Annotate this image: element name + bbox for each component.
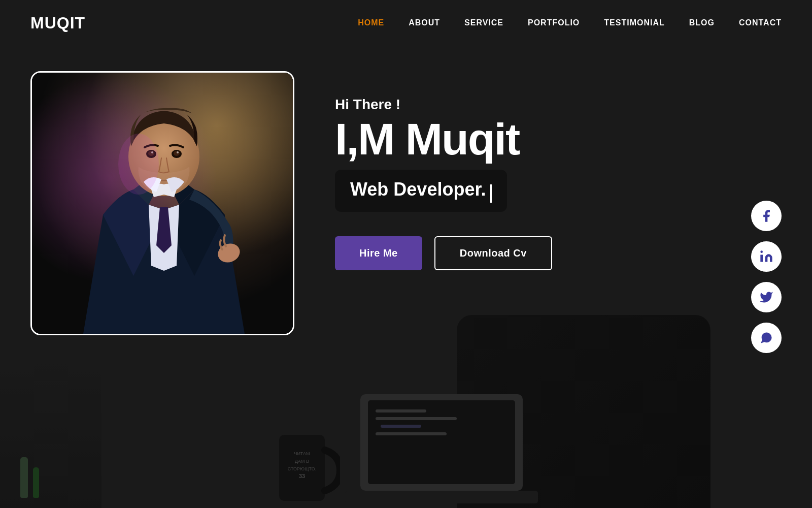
- profile-image: [32, 73, 293, 334]
- hero-section: Hi There ! I,M Muqit Web Developer. Hire…: [0, 46, 812, 508]
- bottle-1: [20, 457, 28, 498]
- laptop-svg: [345, 394, 538, 506]
- nav-item-blog[interactable]: BLOG: [689, 18, 715, 27]
- hero-role-container: Web Developer.: [335, 170, 507, 212]
- mug-svg: ЧИТАМ ДАМ В СТОРЮЩТО. 33: [274, 425, 340, 506]
- download-cv-button[interactable]: Download Cv: [434, 236, 552, 270]
- logo[interactable]: MUQIT: [30, 14, 85, 33]
- nav-item-testimonial[interactable]: TESTIMONIAL: [604, 18, 664, 27]
- svg-rect-15: [368, 400, 515, 484]
- svg-point-12: [118, 134, 159, 195]
- laptop-decoration: [345, 394, 538, 508]
- nav-item-about[interactable]: ABOUT: [409, 18, 440, 27]
- svg-rect-17: [376, 417, 457, 420]
- nav-item-home[interactable]: HOME: [358, 18, 384, 27]
- bottle-2: [33, 467, 39, 498]
- svg-point-9: [174, 151, 180, 156]
- whatsapp-icon-button[interactable]: [751, 323, 782, 353]
- person-svg: [32, 73, 294, 335]
- social-sidebar: [751, 201, 782, 353]
- profile-frame: [30, 71, 294, 335]
- facebook-icon-button[interactable]: [751, 201, 782, 231]
- svg-rect-20: [345, 491, 538, 503]
- nav-link-portfolio[interactable]: PORTFOLIO: [528, 18, 580, 27]
- hero-greeting: Hi There !: [335, 97, 782, 113]
- bg-left-decorations: [0, 356, 101, 508]
- nav-link-about[interactable]: ABOUT: [409, 18, 440, 27]
- facebook-icon: [759, 209, 773, 223]
- linkedin-icon-button[interactable]: [751, 241, 782, 272]
- svg-rect-19: [376, 432, 447, 435]
- profile-container: [30, 71, 294, 335]
- nav-link-testimonial[interactable]: TESTIMONIAL: [604, 18, 664, 27]
- hero-role: Web Developer.: [350, 179, 486, 200]
- hero-buttons: Hire Me Download Cv: [335, 236, 782, 270]
- nav-link-blog[interactable]: BLOG: [689, 18, 715, 27]
- twitter-icon-button[interactable]: [751, 282, 782, 312]
- typing-cursor: [490, 184, 492, 203]
- nav-item-portfolio[interactable]: PORTFOLIO: [528, 18, 580, 27]
- svg-point-10: [177, 151, 179, 153]
- svg-text:ЧИТАМ: ЧИТАМ: [294, 451, 310, 456]
- whatsapp-icon: [759, 331, 773, 345]
- svg-rect-16: [376, 409, 426, 412]
- navbar: MUQIT HOME ABOUT SERVICE PORTFOLIO TESTI…: [0, 0, 812, 46]
- hire-me-button[interactable]: Hire Me: [335, 236, 422, 270]
- nav-item-service[interactable]: SERVICE: [464, 18, 503, 27]
- linkedin-icon: [759, 249, 773, 264]
- svg-point-13: [760, 250, 763, 253]
- nav-item-contact[interactable]: CONTACT: [739, 18, 782, 27]
- svg-rect-18: [381, 425, 421, 428]
- nav-link-service[interactable]: SERVICE: [464, 18, 503, 27]
- mug-decoration: ЧИТАМ ДАМ В СТОРЮЩТО. 33: [274, 425, 340, 508]
- nav-link-contact[interactable]: CONTACT: [739, 18, 782, 27]
- svg-text:ДАМ В: ДАМ В: [295, 459, 309, 464]
- svg-text:33: 33: [299, 473, 305, 479]
- nav-link-home[interactable]: HOME: [358, 18, 384, 27]
- nav-links: HOME ABOUT SERVICE PORTFOLIO TESTIMONIAL…: [358, 18, 782, 27]
- svg-text:СТОРЮЩТО.: СТОРЮЩТО.: [288, 466, 316, 471]
- hero-content: Hi There ! I,M Muqit Web Developer. Hire…: [294, 66, 782, 270]
- twitter-icon: [759, 290, 773, 304]
- hero-name: I,M Muqit: [335, 117, 782, 162]
